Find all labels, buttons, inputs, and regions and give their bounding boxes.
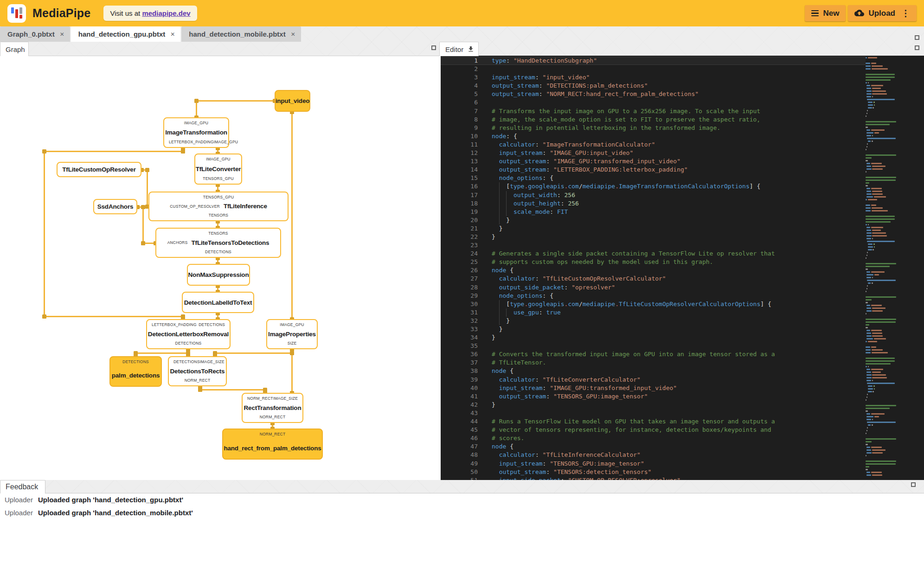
line-number: 15 — [441, 174, 478, 182]
code-line: input_side_packet: "CUSTOM_OP_RESOLVER:o… — [492, 476, 775, 480]
minimap-line — [873, 102, 875, 103]
line-number: 41 — [441, 392, 478, 401]
editor-panel[interactable]: 1234567891011121314151617181920212223242… — [441, 56, 924, 480]
edge-connector-dot — [290, 351, 294, 355]
graph-canvas[interactable]: input_videoIMAGE_GPUImageTransformationL… — [0, 56, 441, 480]
graph-node-TfLiteInference[interactable]: TENSORS_GPUCUSTOM_OP_RESOLVERTfLiteInfer… — [148, 192, 289, 221]
close-tab-icon[interactable]: ✕ — [60, 31, 64, 38]
node-label: TfLiteTensorsToDetections — [192, 239, 270, 246]
graph-node-DetectionLetterboxRemoval[interactable]: LETTERBOX_PADDINGDETECTIONSDetectionLett… — [146, 319, 231, 349]
line-number: 8 — [441, 115, 478, 124]
minimap-line — [866, 430, 867, 431]
port-label-custom_op_resolver: CUSTOM_OP_RESOLVER — [170, 204, 220, 209]
minimap-line — [866, 474, 871, 476]
minimap-line — [866, 399, 866, 401]
graph-node-hand_rect_from_palm_detections[interactable]: NORM_RECThand_rect_from_palm_detections — [222, 429, 323, 460]
minimap-line — [867, 427, 868, 429]
code-line — [492, 65, 775, 73]
minimap-line — [866, 305, 871, 306]
minimap-line — [866, 449, 871, 451]
graph-node-DetectionLabelIdToText[interactable]: DetectionLabelIdToText — [182, 292, 254, 313]
minimap-line — [868, 385, 873, 387]
minimap-line — [868, 243, 873, 245]
mediapipe-dev-link[interactable]: mediapipe.dev — [142, 9, 190, 17]
line-number: 2 — [441, 65, 478, 73]
minimap-line — [873, 391, 874, 392]
feedback-message: Uploaded graph 'hand_detection_mobile.pb… — [33, 506, 193, 519]
tab-feedback[interactable]: Feedback — [0, 480, 45, 493]
code-line: } — [492, 233, 775, 241]
minimap-line — [866, 127, 868, 128]
minimap-line — [872, 135, 873, 136]
graph-node-TfLiteConverter[interactable]: IMAGE_GPUTfLiteConverterTENSORS_GPU — [194, 154, 242, 185]
code-line: output_stream: "IMAGE_GPU:transformed_in… — [492, 157, 775, 166]
minimap-line — [868, 104, 873, 106]
minimap-line — [871, 472, 882, 473]
line-number: 19 — [441, 208, 478, 216]
graph-node-palm_detections[interactable]: DETECTIONSpalm_detections — [109, 356, 162, 387]
minimap-line — [866, 96, 871, 97]
editor-tab-label: Editor — [445, 45, 463, 53]
minimap-line — [872, 333, 882, 334]
minimap-line — [866, 193, 872, 195]
download-icon[interactable] — [467, 45, 475, 53]
code-line: } — [492, 401, 775, 409]
code-line: node_options: { — [492, 174, 775, 182]
line-number: 44 — [441, 417, 478, 426]
maximize-feedback-icon[interactable] — [911, 482, 916, 487]
minimap-line — [866, 466, 869, 467]
file-tab-Graph_0.pbtxt[interactable]: Graph_0.pbtxt✕ — [0, 26, 70, 42]
file-tab-hand_detection_mobile.pbtxt[interactable]: hand_detection_mobile.pbtxt✕ — [181, 26, 301, 42]
line-number: 35 — [441, 342, 478, 350]
file-tab-hand_detection_gpu.pbtxt[interactable]: hand_detection_gpu.pbtxt✕ — [71, 26, 181, 42]
upload-button[interactable]: Upload ⋮ — [848, 5, 917, 21]
graph-node-RectTransformation[interactable]: NORM_RECTIMAGE_SIZERectTransformationNOR… — [242, 393, 303, 423]
graph-node-ImageProperties[interactable]: IMAGE_GPUImagePropertiesSIZE — [266, 319, 318, 349]
node-label: DetectionLabelIdToText — [184, 299, 252, 306]
minimap-line — [868, 246, 873, 248]
tab-editor[interactable]: Editor — [439, 42, 479, 56]
line-number: 36 — [441, 350, 478, 358]
line-number: 43 — [441, 409, 478, 417]
tab-graph[interactable]: Graph — [0, 42, 29, 56]
graph-node-TfLiteCustomOpResolver[interactable]: TfLiteCustomOpResolver — [57, 162, 141, 177]
line-number: 45 — [441, 426, 478, 434]
new-button[interactable]: New — [805, 5, 846, 21]
feedback-panel: UploaderUploaded graph 'hand_detection_g… — [0, 493, 924, 576]
code-line: calculator: "TfLiteCustomOpResolverCalcu… — [492, 275, 775, 283]
code-line: # Transforms the input image on GPU to a… — [492, 107, 775, 115]
minimap[interactable] — [866, 57, 918, 479]
maximize-tabbar-icon[interactable] — [915, 35, 919, 40]
code-line: } — [492, 216, 775, 224]
node-label: TfLiteConverter — [196, 166, 241, 173]
minimap-line — [866, 232, 872, 234]
port-label-norm_rect: NORM_RECT — [260, 432, 286, 436]
close-tab-icon[interactable]: ✕ — [291, 31, 295, 38]
line-number: 11 — [441, 141, 478, 149]
maximize-graph-icon[interactable] — [431, 45, 436, 50]
maximize-editor-icon[interactable] — [915, 45, 919, 50]
kebab-menu-icon[interactable]: ⋮ — [901, 8, 910, 19]
minimap-line — [866, 124, 890, 125]
minimap-line — [866, 113, 867, 114]
graph-node-NonMaxSuppression[interactable]: NonMaxSuppression — [187, 264, 250, 286]
code-line: } — [492, 325, 775, 333]
minimap-line — [866, 419, 871, 420]
graph-node-TfLiteTensorsToDetections[interactable]: TENSORSANCHORSTfLiteTensorsToDetectionsD… — [155, 228, 281, 258]
graph-node-SsdAnchors[interactable]: SsdAnchors — [93, 199, 137, 214]
code-line: } — [492, 333, 775, 342]
line-number: 16 — [441, 182, 478, 191]
code-line: output_width: 256 — [492, 191, 775, 199]
graph-edge — [135, 352, 189, 354]
minimap-line — [872, 374, 886, 376]
line-number: 40 — [441, 384, 478, 392]
code-line: use_gpu: true — [492, 308, 775, 317]
graph-node-DetectionsToRects[interactable]: DETECTIONSIMAGE_SIZEDetectionsToRectsNOR… — [168, 356, 227, 386]
graph-node-ImageTransformation[interactable]: IMAGE_GPUImageTransformationLETTERBOX_PA… — [163, 117, 229, 148]
close-tab-icon[interactable]: ✕ — [170, 31, 175, 38]
indent-guide — [506, 308, 507, 317]
graph-node-input_video[interactable]: input_video — [275, 90, 310, 112]
minimap-line — [866, 455, 866, 456]
code-area[interactable]: type: "HandDetectionSubgraph"input_strea… — [492, 57, 775, 480]
minimap-line — [866, 221, 891, 223]
